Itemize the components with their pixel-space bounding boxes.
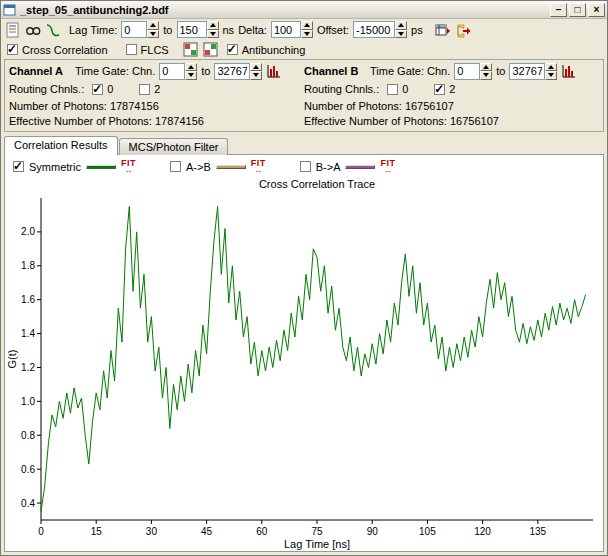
cross-correlation-checkbox[interactable] — [7, 44, 18, 55]
lag-from-spinner — [121, 21, 159, 38]
restore-button[interactable]: □ — [569, 3, 586, 17]
channel-b-section: Channel B Time Gate: Chn. to Routing Chn… — [304, 62, 599, 128]
lag-to-spin-buttons[interactable] — [207, 21, 219, 38]
close-button[interactable]: × — [588, 3, 605, 17]
cross-correlation-chart[interactable]: Cross Correlation TraceLag Time [ns]G(t)… — [7, 176, 601, 552]
symmetric-fit-button[interactable]: FIT — [121, 159, 136, 174]
symmetric-checkbox[interactable] — [13, 161, 24, 172]
svg-text:75: 75 — [311, 526, 323, 537]
channel-a-gate-to-spinner — [214, 63, 262, 80]
auto-correlation-matrix-icon[interactable] — [183, 42, 199, 58]
glasses-icon[interactable] — [25, 22, 41, 38]
svg-text:Cross Correlation Trace: Cross Correlation Trace — [259, 178, 375, 190]
svg-text:Lag Time [ns]: Lag Time [ns] — [284, 538, 350, 550]
svg-text:105: 105 — [419, 526, 436, 537]
results-tabs: Correlation Results MCS/Photon Filter — [1, 134, 607, 154]
exit-analysis-icon[interactable] — [455, 22, 471, 38]
flcs-label: FLCS — [141, 44, 169, 56]
flcs-checkbox[interactable] — [126, 44, 137, 55]
analysis-window: _step_05_antibunching2.bdf – □ × Lag Tim… — [0, 0, 608, 556]
channel-b-routing-0-checkbox[interactable] — [387, 84, 398, 95]
lag-to-input[interactable] — [177, 21, 207, 38]
delta-spin-buttons[interactable] — [301, 21, 313, 38]
channel-b-routing-2: 2 — [434, 83, 455, 95]
antibunching-checkbox[interactable] — [227, 44, 238, 55]
a-to-b-fit-button[interactable]: FIT — [251, 159, 266, 174]
channel-a-gate-to-label: to — [201, 65, 210, 77]
channel-a-routing-2-label: 2 — [154, 83, 160, 95]
channel-b-gate-from-spin-buttons[interactable] — [480, 63, 492, 80]
channel-b-time-gate-label: Time Gate: Chn. — [370, 65, 450, 77]
antibunching-option: Antibunching — [227, 44, 306, 56]
titlebar[interactable]: _step_05_antibunching2.bdf – □ × — [1, 1, 607, 19]
cross-correlation-option: Cross Correlation — [7, 44, 108, 56]
channel-a-gate-from-input[interactable] — [159, 63, 185, 80]
svg-text:120: 120 — [474, 526, 491, 537]
offset-spin-buttons[interactable] — [395, 21, 407, 38]
channel-b-routing-label: Routing Chnls.: — [304, 83, 379, 95]
lag-from-input[interactable] — [121, 21, 147, 38]
cross-correlation-matrix-icon[interactable] — [203, 42, 219, 58]
minimize-button[interactable]: – — [550, 3, 567, 17]
channel-b-gate-to-input[interactable] — [509, 63, 545, 80]
channel-b-gate-to-label: to — [496, 65, 505, 77]
lag-to-label: to — [163, 24, 172, 36]
channel-a-gate-from-spin-buttons[interactable] — [185, 63, 197, 80]
tab-correlation-results[interactable]: Correlation Results — [4, 136, 118, 155]
chart-area: Cross Correlation TraceLag Time [ns]G(t)… — [5, 176, 603, 551]
channel-b-title: Channel B — [304, 65, 366, 77]
channel-a-routing-0-label: 0 — [107, 83, 113, 95]
b-to-a-fit-button[interactable]: FIT — [380, 159, 395, 174]
delta-spinner — [271, 21, 313, 38]
b-to-a-label: B->A — [316, 161, 341, 173]
svg-text:1.2: 1.2 — [21, 362, 35, 373]
channel-a-gate-from-spinner — [159, 63, 197, 80]
svg-text:45: 45 — [201, 526, 213, 537]
a-to-b-color-swatch — [216, 165, 246, 169]
antibunching-label: Antibunching — [242, 44, 306, 56]
legend-item-symmetric: Symmetric FIT — [13, 159, 136, 174]
decay-curve-icon[interactable] — [45, 22, 61, 38]
channel-b-gate-to-spin-buttons[interactable] — [545, 63, 557, 80]
svg-text:1.0: 1.0 — [21, 396, 35, 407]
channel-a-routing-0-checkbox[interactable] — [92, 84, 103, 95]
a-to-b-checkbox[interactable] — [170, 161, 181, 172]
legend-item-a-to-b: A->B FIT — [170, 159, 266, 174]
channel-a-gate-to-input[interactable] — [214, 63, 250, 80]
lag-to-spinner — [177, 21, 219, 38]
calculate-icon[interactable] — [435, 22, 451, 38]
symmetric-color-swatch — [86, 165, 116, 169]
channel-b-gate-from-spinner — [454, 63, 492, 80]
channel-b-routing-2-checkbox[interactable] — [434, 84, 445, 95]
svg-text:1.6: 1.6 — [21, 294, 35, 305]
channel-a-routing-2: 2 — [139, 83, 160, 95]
svg-text:1.8: 1.8 — [21, 260, 35, 271]
script-icon[interactable] — [5, 22, 21, 38]
svg-text:135: 135 — [529, 526, 546, 537]
svg-text:1.4: 1.4 — [21, 328, 35, 339]
svg-text:15: 15 — [91, 526, 103, 537]
offset-spinner — [353, 21, 407, 38]
channel-a-time-gate-icon[interactable] — [266, 63, 282, 79]
b-to-a-checkbox[interactable] — [300, 161, 311, 172]
svg-text:60: 60 — [256, 526, 268, 537]
channel-a-photons-count: Number of Photons: 17874156 — [9, 98, 304, 113]
offset-input[interactable] — [353, 21, 395, 38]
lag-from-spin-buttons[interactable] — [147, 21, 159, 38]
channel-b-gate-from-input[interactable] — [454, 63, 480, 80]
channel-b-time-gate-icon[interactable] — [561, 63, 577, 79]
channel-a-gate-to-spin-buttons[interactable] — [250, 63, 262, 80]
channel-b-photons-count: Number of Photons: 16756107 — [304, 98, 599, 113]
channel-a-routing-2-checkbox[interactable] — [139, 84, 150, 95]
tab-mcs-photon-filter[interactable]: MCS/Photon Filter — [119, 138, 229, 155]
channel-b-routing-0: 0 — [387, 83, 408, 95]
channel-a-routing-label: Routing Chnls.: — [9, 83, 84, 95]
correlation-results-panel: Symmetric FIT A->B FIT B->A FIT Cross Co… — [4, 154, 604, 552]
legend-item-b-to-a: B->A FIT — [300, 159, 396, 174]
delta-input[interactable] — [271, 21, 301, 38]
ps-unit-label: ps — [411, 24, 423, 36]
channel-b-effective-photons-count: Effective Number of Photons: 16756107 — [304, 113, 599, 128]
delta-label: Delta: — [238, 24, 267, 36]
channel-a-routing-0: 0 — [92, 83, 113, 95]
channel-b-gate-to-spinner — [509, 63, 557, 80]
